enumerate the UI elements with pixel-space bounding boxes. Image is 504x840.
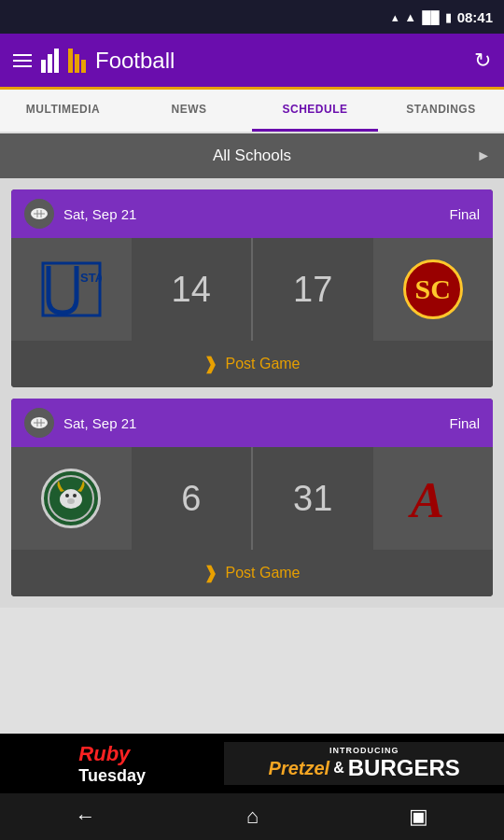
bottom-nav: ← ⌂ ▣ <box>0 793 504 840</box>
football-icon-2 <box>24 408 54 438</box>
ruby-text: Ruby <box>78 742 130 766</box>
svg-point-14 <box>73 494 77 497</box>
game-2-date: Sat, Sep 21 <box>63 415 136 431</box>
chevron-right-icon-1: ❱ <box>203 354 217 374</box>
burgers-text: BURGERS <box>348 755 460 781</box>
svg-text:A: A <box>408 472 444 528</box>
ruby-tuesday-ad: Ruby Tuesday <box>0 735 224 793</box>
introducing-text: INTRODUCING <box>329 746 399 755</box>
app-title: Football <box>95 48 175 74</box>
battery-icon: ▮ <box>445 10 452 24</box>
and-symbol: & <box>333 760 344 777</box>
game-2-team-right: A <box>373 447 494 550</box>
game-2-status: Final <box>449 415 480 431</box>
tab-schedule[interactable]: SCHEDULE <box>252 90 378 132</box>
game-1-date: Sat, Sep 21 <box>63 206 136 222</box>
games-list: Sat, Sep 21 Final STATE 14 17 <box>0 178 504 608</box>
game-2-score-right: 31 <box>252 447 373 550</box>
game-2-header-left: Sat, Sep 21 <box>24 408 136 438</box>
game-2-scores: 6 31 A <box>11 447 493 550</box>
game-1-header-left: Sat, Sep 21 <box>24 199 136 229</box>
wifi-icon: ▲ <box>404 10 416 24</box>
home-button[interactable]: ⌂ <box>246 805 259 829</box>
game-2-score-left: 6 <box>132 447 253 550</box>
game-card-2: Sat, Sep 21 Final <box>11 399 493 596</box>
signal-icon: ██ <box>422 10 439 24</box>
status-bar: ▴ ▲ ██ ▮ 08:41 <box>0 0 504 34</box>
recents-button[interactable]: ▣ <box>409 805 428 829</box>
alabama-logo: A <box>403 469 463 528</box>
game-2-post-game-label: Post Game <box>225 565 300 581</box>
game-2-post-game[interactable]: ❱ Post Game <box>11 550 493 596</box>
chevron-right-icon-2: ❱ <box>203 563 217 583</box>
csu-logo <box>41 469 101 528</box>
game-2-team-left <box>11 447 132 550</box>
tuesday-text: Tuesday <box>78 766 146 786</box>
game-1-post-game-label: Post Game <box>225 356 300 372</box>
tab-multimedia[interactable]: MULTIMEDIA <box>0 90 126 132</box>
game-1-score-left: 14 <box>132 238 253 341</box>
game-2-header: Sat, Sep 21 Final <box>11 399 493 447</box>
svg-point-13 <box>65 494 69 497</box>
usc-logo: SC <box>403 259 463 319</box>
game-1-score-right: 17 <box>252 238 373 341</box>
app-bar: Football ↻ <box>0 34 504 90</box>
ad-banner: Ruby Tuesday INTRODUCING Pretzel & BURGE… <box>0 734 504 793</box>
football-icon-1 <box>24 199 54 229</box>
tab-bar: MULTIMEDIA NEWS SCHEDULE STANDINGS <box>0 90 504 133</box>
menu-button[interactable] <box>13 54 32 67</box>
back-button[interactable]: ← <box>76 805 96 829</box>
game-1-team-left: STATE <box>11 238 132 341</box>
status-icons: ▴ ▲ ██ ▮ 08:41 <box>392 9 493 25</box>
game-1-scores: STATE 14 17 SC <box>11 238 493 341</box>
tab-news[interactable]: NEWS <box>126 90 252 132</box>
bluetooth-icon: ▴ <box>392 10 399 24</box>
game-card-1: Sat, Sep 21 Final STATE 14 17 <box>11 189 493 387</box>
status-time: 08:41 <box>457 9 493 25</box>
game-1-status: Final <box>449 206 480 222</box>
game-1-team-right: SC <box>373 238 494 341</box>
app-bar-left: Football <box>13 48 175 74</box>
svg-point-15 <box>67 498 75 504</box>
refresh-button[interactable]: ↻ <box>474 49 491 73</box>
pretzel-burgers-ad: INTRODUCING Pretzel & BURGERS <box>224 742 504 785</box>
tab-standings[interactable]: STANDINGS <box>378 90 504 132</box>
school-dropdown[interactable]: All Schools ► <box>0 133 504 178</box>
dropdown-label: All Schools <box>19 147 485 165</box>
game-1-header: Sat, Sep 21 Final <box>11 189 493 238</box>
app-logo <box>41 49 86 73</box>
pretzel-text: Pretzel <box>269 758 330 779</box>
game-1-post-game[interactable]: ❱ Post Game <box>11 341 493 387</box>
dropdown-arrow-icon: ► <box>476 147 491 164</box>
svg-text:STATE: STATE <box>80 271 102 285</box>
